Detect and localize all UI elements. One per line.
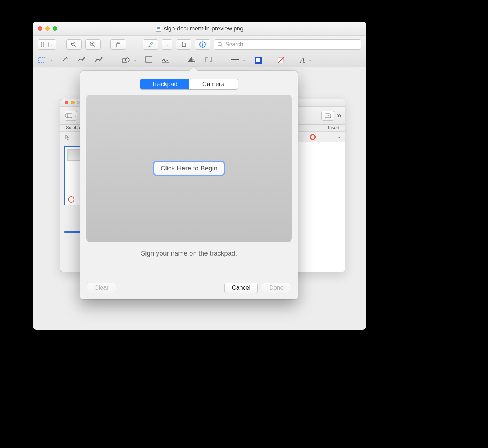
adjust-color-button[interactable]	[187, 57, 196, 64]
zoom-window-icon[interactable]	[53, 26, 57, 31]
titlebar[interactable]: sign-document-in-preview.png	[33, 22, 366, 36]
zoom-in-button[interactable]	[85, 39, 101, 50]
svg-rect-17	[39, 58, 45, 63]
sketch-button[interactable]	[77, 56, 86, 64]
text-style-button[interactable]: A ⌄	[300, 56, 311, 65]
sidebar-toggle-button[interactable]: ⌄	[65, 111, 77, 121]
close-window-icon[interactable]	[38, 26, 42, 31]
chevron-down-icon[interactable]: ⌄	[338, 135, 341, 139]
chevron-down-icon: ⌄	[308, 58, 311, 62]
markup-toolbar: ⌄ ⌄ T × ⌄ ⌄	[33, 53, 366, 67]
separator	[113, 56, 113, 65]
text-button[interactable]: T	[145, 56, 152, 64]
svg-point-20	[67, 58, 68, 59]
svg-marker-30	[188, 57, 193, 62]
zoom-out-button[interactable]	[66, 39, 82, 50]
close-window-icon[interactable]	[65, 101, 68, 104]
highlight-button[interactable]	[143, 39, 158, 50]
svg-marker-21	[82, 57, 85, 61]
svg-line-3	[75, 45, 76, 47]
signature-popover: Trackpad Camera Click Here to Begin Sign…	[80, 71, 298, 299]
markup-button[interactable]	[195, 39, 210, 50]
chevron-down-icon: ⌄	[49, 58, 52, 62]
svg-text:T: T	[148, 57, 150, 62]
chevron-down-icon: ⌄	[74, 113, 77, 118]
chevron-down-icon: ⌄	[265, 58, 268, 62]
line-style-icon[interactable]	[320, 137, 332, 137]
cursor-arrow-icon[interactable]	[65, 134, 70, 140]
minimize-window-icon[interactable]	[71, 101, 75, 104]
rotate-button[interactable]	[176, 39, 191, 50]
svg-point-19	[67, 57, 67, 57]
clear-button[interactable]: Clear	[87, 283, 116, 293]
svg-rect-13	[182, 43, 186, 47]
cancel-button[interactable]: Cancel	[224, 283, 258, 293]
trackpad-signature-area[interactable]: Click Here to Begin	[86, 95, 292, 242]
svg-point-18	[66, 57, 67, 58]
border-color-button[interactable]: ⌄	[255, 57, 268, 64]
selection-tool-button[interactable]: ⌄	[38, 57, 52, 63]
share-button[interactable]	[110, 39, 126, 50]
signature-hint: Sign your name on the trackpad.	[80, 250, 298, 257]
instant-alpha-button[interactable]	[61, 56, 68, 65]
svg-line-6	[94, 45, 95, 47]
svg-point-15	[218, 42, 221, 46]
sidebar-label: Sidebar	[66, 125, 82, 130]
fill-color-button[interactable]: ⌄	[277, 57, 291, 64]
svg-rect-0	[41, 42, 48, 47]
search-input[interactable]: Search	[214, 39, 361, 50]
svg-point-40	[310, 135, 315, 140]
chevron-down-icon: ⌄	[166, 42, 169, 47]
preview-window: sign-document-in-preview.png ⌄ ⌄	[33, 22, 366, 330]
main-toolbar: ⌄ ⌄ Search	[33, 36, 366, 53]
circle-annotation-icon[interactable]	[310, 134, 316, 140]
chevron-down-icon: ⌄	[175, 58, 178, 62]
chevron-down-icon: ⌄	[242, 58, 245, 62]
sidebar-toggle-button[interactable]: ⌄	[38, 39, 56, 50]
draw-button[interactable]	[95, 56, 103, 64]
tab-trackpad[interactable]: Trackpad	[140, 79, 189, 89]
chevron-down-icon: ⌄	[50, 42, 53, 47]
done-button[interactable]: Done	[262, 283, 291, 293]
svg-rect-34	[255, 57, 261, 63]
overflow-button[interactable]: ››	[337, 111, 341, 120]
separator	[222, 56, 222, 65]
svg-line-16	[221, 45, 222, 47]
sign-button[interactable]: × ⌄	[162, 57, 178, 63]
svg-point-24	[125, 58, 129, 62]
window-title: sign-document-in-preview.png	[164, 25, 244, 32]
svg-text:×: ×	[162, 61, 163, 63]
svg-marker-11	[149, 42, 153, 47]
chevron-down-icon: ⌄	[133, 58, 136, 62]
tab-camera[interactable]: Camera	[189, 79, 238, 89]
chevron-down-icon: ⌄	[288, 58, 291, 62]
shape-style-button[interactable]: ⌄	[231, 58, 245, 62]
svg-marker-22	[99, 57, 103, 61]
canvas: ⌄ ›› Sidebar Insert ⌄	[33, 67, 366, 330]
insert-button[interactable]	[321, 111, 334, 121]
file-icon	[156, 26, 161, 32]
search-icon	[218, 42, 223, 47]
begin-button[interactable]: Click Here to Begin	[154, 162, 224, 175]
svg-rect-37	[66, 114, 72, 118]
search-placeholder: Search	[225, 41, 243, 48]
shapes-button[interactable]: ⌄	[122, 57, 136, 63]
minimize-window-icon[interactable]	[45, 26, 50, 31]
insert-label: Insert	[328, 125, 339, 130]
signature-source-tabs: Trackpad Camera	[140, 79, 238, 90]
adjust-size-button[interactable]	[205, 56, 212, 64]
highlight-dropdown[interactable]: ⌄	[162, 39, 172, 50]
svg-rect-23	[123, 59, 127, 63]
